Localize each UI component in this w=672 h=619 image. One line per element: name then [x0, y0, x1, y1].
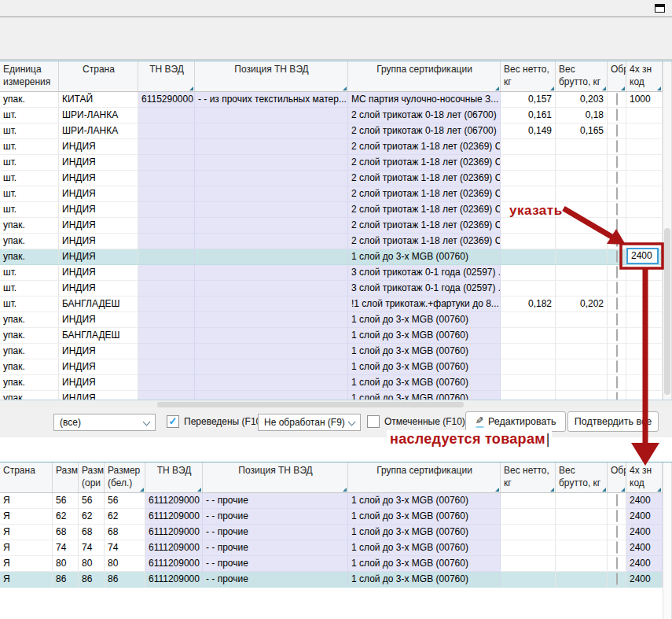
hscrollbar-thumb[interactable]: [157, 402, 464, 407]
table-row[interactable]: упак.ИНДИЯ1 слой до 3-х MGB (00760): [0, 375, 672, 391]
table-row[interactable]: упак.БАНГЛАДЕШ1 слой до 3-х MGB (00760): [0, 328, 672, 344]
marked-checkbox[interactable]: Отмеченные (F10): [367, 415, 465, 428]
column-header-country[interactable]: Страна: [59, 61, 138, 91]
table-row[interactable]: Я6262626111209000- - прочие1 слой до 3-х…: [0, 509, 672, 525]
column-header-country[interactable]: Страна: [0, 462, 53, 492]
goods-table-hscrollbar[interactable]: [0, 400, 672, 408]
row-checkbox[interactable]: [616, 171, 618, 184]
row-checkbox[interactable]: [616, 187, 618, 200]
row-checkbox[interactable]: [616, 250, 618, 263]
cell-cert_group: 1 слой до 3-х MGB (00760): [348, 249, 501, 265]
column-header-tnved_position[interactable]: Позиция ТН ВЭД: [203, 462, 348, 492]
table-row[interactable]: упак.ИНДИЯ1 слой до 3-х MGB (00760): [0, 359, 672, 375]
column-header-net_weight[interactable]: Вес нетто, кг: [501, 462, 556, 492]
cell-tnved: [138, 359, 195, 375]
row-checkbox[interactable]: [616, 525, 618, 538]
row-checkbox[interactable]: [616, 557, 618, 569]
table-row[interactable]: упак.ИНДИЯ1 слой до 3-х MGB (00760): [0, 249, 672, 265]
code-override-input[interactable]: 2400: [626, 248, 659, 264]
table-row[interactable]: Я7474746111209000- - прочие1 слой до 3-х…: [0, 540, 672, 556]
cell-cert_group: МС партия чулочно-носочные З...: [348, 92, 501, 108]
table-row[interactable]: Я8080806111209000- - прочие1 слой до 3-х…: [0, 556, 672, 572]
column-header-code4[interactable]: 4х зн код: [626, 61, 663, 91]
table-row[interactable]: упак.КИТАЙ6115290000- - из прочих тексти…: [0, 92, 672, 108]
table-row[interactable]: упак.ИНДИЯ2 слой триотаж 1-18 лет (02369…: [0, 234, 672, 249]
cell-tnved_position: [195, 218, 348, 234]
row-checkbox[interactable]: [616, 573, 618, 585]
column-header-net_weight[interactable]: Вес нетто, кг: [501, 61, 556, 91]
row-checkbox[interactable]: [616, 376, 618, 389]
cell-gross_weight: [556, 375, 608, 391]
cell-gross_weight: [556, 328, 608, 344]
table-row[interactable]: Я8686866111209000- - прочие1 слой до 3-х…: [0, 572, 672, 588]
cell-unit: шт.: [0, 139, 59, 155]
table-row[interactable]: шт.ИНДИЯ3 слой трикотаж 0-1 года (02597)…: [0, 281, 672, 297]
goods-table-vscrollbar[interactable]: [663, 61, 672, 400]
row-checkbox[interactable]: [616, 203, 618, 216]
sizes-table-vscrollbar[interactable]: [663, 462, 672, 619]
status-filter-dropdown[interactable]: Не обработан (F9): [258, 414, 361, 431]
table-row[interactable]: упак.ИНДИЯ1 слой до 3-х MGB (00760): [0, 344, 672, 359]
row-checkbox[interactable]: [616, 266, 618, 278]
column-header-processed[interactable]: Обр: [608, 61, 626, 91]
window-restore-icon[interactable]: [655, 4, 665, 13]
column-header-processed[interactable]: Обр: [608, 462, 626, 492]
column-header-cert_group[interactable]: Группа сертификации: [348, 61, 501, 91]
annotation-specify-text: указать: [509, 203, 563, 219]
column-header-cert_group[interactable]: Группа сертификации: [348, 462, 501, 492]
column-header-size_orig[interactable]: Разм (ори: [79, 462, 105, 492]
row-checkbox[interactable]: [616, 329, 618, 341]
row-checkbox[interactable]: [616, 297, 618, 310]
status-filter-value: Не обработан (F9): [264, 417, 345, 428]
table-row[interactable]: шт.ИНДИЯ2 слой триотаж 1-18 лет (02369) …: [0, 155, 672, 171]
cell-gross_weight: [556, 281, 608, 297]
column-header-code4[interactable]: 4х зн код: [626, 462, 663, 492]
sizes-table: СтранаРазмРазм (ориРазмер (бел.)ТН ВЭДПо…: [0, 462, 672, 619]
row-checkbox[interactable]: [616, 156, 618, 168]
table-row[interactable]: упак.ИНДИЯ2 слой триотаж 1-18 лет (02369…: [0, 218, 672, 234]
column-header-gross_weight[interactable]: Вес брутто, кг: [556, 462, 608, 492]
cell-net_weight: 0,149: [501, 123, 556, 139]
row-checkbox[interactable]: [616, 510, 618, 522]
row-checkbox[interactable]: [616, 140, 618, 153]
checkbox-unchecked-icon[interactable]: [367, 415, 380, 428]
row-checkbox[interactable]: [616, 313, 618, 326]
column-header-tnved[interactable]: ТН ВЭД: [145, 462, 203, 492]
cell-size: 56: [53, 493, 79, 509]
row-checkbox[interactable]: [616, 234, 618, 247]
cell-country: ИНДИЯ: [59, 234, 138, 249]
row-checkbox[interactable]: [616, 282, 618, 294]
column-header-gross_weight[interactable]: Вес брутто, кг: [556, 61, 608, 91]
table-row[interactable]: шт.ИНДИЯ3 слой трикотаж 0-1 года (02597)…: [0, 265, 672, 281]
table-row[interactable]: шт.ШРИ-ЛАНКА2 слой трикотаж 0-18 лет (06…: [0, 123, 672, 139]
table-row[interactable]: Я6868686111209000- - прочие1 слой до 3-х…: [0, 525, 672, 540]
group-filter-dropdown[interactable]: (все): [53, 414, 156, 431]
table-row[interactable]: упак.ИНДИЯ1 слой до 3-х MGB (00760): [0, 312, 672, 328]
table-row[interactable]: Я5656566111209000- - прочие1 слой до 3-х…: [0, 493, 672, 509]
table-row[interactable]: шт.ИНДИЯ2 слой триотаж 1-18 лет (02369) …: [0, 139, 672, 155]
cell-size_bel: 62: [105, 509, 145, 525]
row-checkbox[interactable]: [616, 109, 618, 121]
confirm-all-button[interactable]: Подтвердить все: [567, 411, 659, 432]
edit-button[interactable]: ✎ Редактировать: [465, 411, 566, 432]
row-checkbox[interactable]: [616, 93, 618, 105]
column-header-size[interactable]: Разм: [53, 462, 79, 492]
row-checkbox[interactable]: [616, 541, 618, 554]
row-checkbox[interactable]: [616, 360, 618, 373]
column-header-size_bel[interactable]: Размер (бел.): [105, 462, 145, 492]
column-header-tnved_position[interactable]: Позиция ТН ВЭД: [195, 61, 348, 91]
row-checkbox[interactable]: [616, 124, 618, 137]
translated-checkbox[interactable]: ✓ Переведены (F10): [167, 415, 264, 428]
table-row[interactable]: шт.ИНДИЯ2 слой триотаж 1-18 лет (02369) …: [0, 186, 672, 202]
table-row[interactable]: шт.ИНДИЯ2 слой триотаж 1-18 лет (02369) …: [0, 202, 672, 218]
row-checkbox[interactable]: [616, 345, 618, 357]
table-row[interactable]: шт.ШРИ-ЛАНКА2 слой трикотаж 0-18 лет (06…: [0, 108, 672, 123]
table-row[interactable]: шт.БАНГЛАДЕШ!1 слой трикотаж.+фартуки до…: [0, 297, 672, 312]
column-header-unit[interactable]: Единица измерения: [0, 61, 59, 91]
table-row[interactable]: шт.ИНДИЯ2 слой триотаж 1-18 лет (02369) …: [0, 171, 672, 186]
vscrollbar-thumb[interactable]: [664, 228, 670, 395]
checkbox-checked-icon[interactable]: ✓: [167, 415, 179, 428]
row-checkbox[interactable]: [616, 494, 618, 507]
row-checkbox[interactable]: [616, 219, 618, 231]
column-header-tnved[interactable]: ТН ВЭД: [138, 61, 195, 91]
